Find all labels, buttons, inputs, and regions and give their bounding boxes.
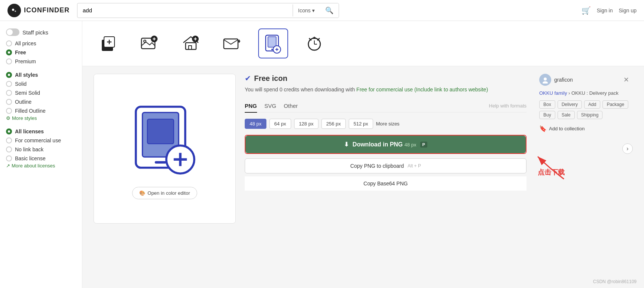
tag-sale[interactable]: Sale [558, 111, 575, 119]
staff-picks-toggle[interactable] [6, 28, 19, 36]
icon-thumb-3[interactable] [176, 28, 206, 58]
sign-up-link[interactable]: Sign up [619, 7, 637, 13]
tag-delivery[interactable]: Delivery [558, 100, 582, 109]
svg-point-22 [271, 49, 273, 50]
search-button[interactable]: 🔍 [320, 3, 339, 18]
price-free[interactable]: Free [6, 49, 76, 55]
svg-point-1 [12, 9, 14, 11]
copy-shortcut: Alt + P [408, 163, 421, 169]
search-input[interactable] [77, 4, 293, 16]
bookmark-icon: 🔖 [539, 125, 547, 132]
tab-png[interactable]: PNG [245, 100, 257, 113]
svg-rect-37 [155, 161, 167, 164]
price-all-radio [6, 40, 12, 46]
style-all[interactable]: All styles [6, 72, 76, 78]
logo-text: ICONFINDER [24, 6, 70, 14]
copy-base64-button[interactable]: Copy Base64 PNG [245, 176, 527, 191]
size-64[interactable]: 64 px [269, 119, 291, 129]
header: ICONFINDER Icons ▾ 🔍 🛒 Sign in Sign up [0, 0, 644, 21]
author-info: graficon [539, 74, 573, 86]
svg-point-0 [10, 7, 18, 14]
more-styles-link[interactable]: ⚙ More styles [6, 115, 76, 121]
toggle-knob [7, 29, 13, 35]
style-solid-label: Solid [15, 81, 27, 87]
size-48[interactable]: 48 px [245, 119, 266, 129]
icon-thumb-5[interactable] [258, 28, 288, 58]
breadcrumb-pack[interactable]: OKKU : Delivery pack [571, 90, 619, 96]
tags-container: Box Delivery Add Package Buy Sale Shippi… [539, 100, 629, 119]
cart-icon[interactable]: 🛒 [582, 6, 591, 15]
copy-png-button[interactable]: Copy PNG to clipboard Alt + P [245, 158, 527, 173]
download-button[interactable]: ⬇ Download in PNG 48 px P [245, 136, 526, 153]
free-title: Free icon [254, 74, 287, 83]
size-128[interactable]: 128 px [294, 119, 318, 129]
main-layout: Staff picks All prices Free Premium [0, 21, 644, 288]
format-tabs: PNG SVG Other Help with formats [245, 100, 527, 113]
price-all[interactable]: All prices [6, 40, 76, 46]
tag-shipping[interactable]: Shipping [577, 111, 603, 119]
style-solid[interactable]: Solid [6, 81, 76, 87]
tab-svg[interactable]: SVG [265, 100, 277, 112]
size-512[interactable]: 512 px [349, 119, 373, 129]
license-basic-label: Basic license [15, 155, 46, 161]
open-color-editor-button[interactable]: 🎨 Open in color editor [132, 187, 197, 199]
license-all-label: All licenses [15, 128, 44, 134]
help-formats-link[interactable]: Help with formats [489, 103, 527, 109]
size-256[interactable]: 256 px [321, 119, 346, 129]
tag-add[interactable]: Add [584, 100, 600, 109]
license-no-link-radio [6, 146, 12, 152]
search-bar: Icons ▾ 🔍 [77, 3, 339, 18]
icon-thumb-6[interactable] [299, 28, 329, 58]
license-basic[interactable]: Basic license [6, 155, 76, 161]
tab-other[interactable]: Other [284, 100, 298, 112]
license-commercial[interactable]: For commercial use [6, 137, 76, 143]
staff-picks-label: Staff picks [22, 29, 48, 36]
add-collection-button[interactable]: 🔖 Add to collection [539, 125, 585, 132]
download-label: Download in PNG 48 px [352, 141, 416, 148]
close-button[interactable]: ✕ [623, 76, 629, 84]
logo-icon [7, 4, 21, 17]
svg-rect-21 [268, 37, 276, 47]
more-licenses-link[interactable]: ↗ More about licenses [6, 163, 76, 169]
next-button[interactable]: › [622, 143, 633, 154]
author-name: graficon [554, 77, 573, 83]
svg-point-2 [15, 10, 16, 12]
license-all[interactable]: All licenses [6, 128, 76, 134]
license-no-link[interactable]: No link back [6, 146, 76, 152]
header-right: 🛒 Sign in Sign up [582, 6, 637, 15]
staff-picks-section: Staff picks [6, 28, 76, 36]
svg-point-43 [544, 78, 547, 81]
style-outline-radio [6, 99, 12, 105]
tag-buy[interactable]: Buy [539, 111, 555, 119]
style-semi-solid[interactable]: Semi Solid [6, 90, 76, 96]
chevron-down-icon: ▾ [312, 7, 315, 13]
breadcrumb-family[interactable]: OKKU family [539, 90, 567, 96]
verified-icon: ✔ [245, 74, 251, 83]
style-outline[interactable]: Outline [6, 99, 76, 105]
style-semi-solid-radio [6, 90, 12, 96]
more-sizes-link[interactable]: More sizes [376, 121, 400, 127]
style-filled-outline[interactable]: Filled Outline [6, 108, 76, 114]
search-type-button[interactable]: Icons ▾ [293, 4, 320, 16]
style-all-label: All styles [15, 72, 38, 78]
download-button-wrapper: ⬇ Download in PNG 48 px P [245, 135, 527, 154]
free-description: You will spend 0 credits when downloadin… [245, 86, 527, 94]
main-content: 🎨 Open in color editor ✔ Free icon You w… [82, 21, 644, 288]
style-filled-outline-label: Filled Outline [15, 108, 46, 114]
tag-package[interactable]: Package [602, 100, 628, 109]
price-premium[interactable]: Premium [6, 58, 76, 64]
licenses-section: All licenses For commercial use No link … [6, 128, 76, 169]
style-filled-outline-radio [6, 108, 12, 114]
icon-thumb-2[interactable] [135, 28, 165, 58]
styles-section: All styles Solid Semi Solid Outline Fill… [6, 72, 76, 121]
license-all-radio [6, 128, 12, 134]
equalizer-icon: ⚙ [6, 115, 10, 121]
license-link[interactable]: Free for commercial use (Include link to… [356, 87, 488, 93]
icon-thumb-4[interactable] [217, 28, 247, 58]
icon-thumb-1[interactable] [94, 28, 123, 58]
tag-box[interactable]: Box [539, 100, 555, 109]
sign-in-link[interactable]: Sign in [597, 7, 613, 13]
icon-preview: 🎨 Open in color editor [94, 74, 236, 224]
free-badge: ✔ Free icon [245, 74, 527, 83]
sidebar: Staff picks All prices Free Premium [0, 21, 82, 288]
